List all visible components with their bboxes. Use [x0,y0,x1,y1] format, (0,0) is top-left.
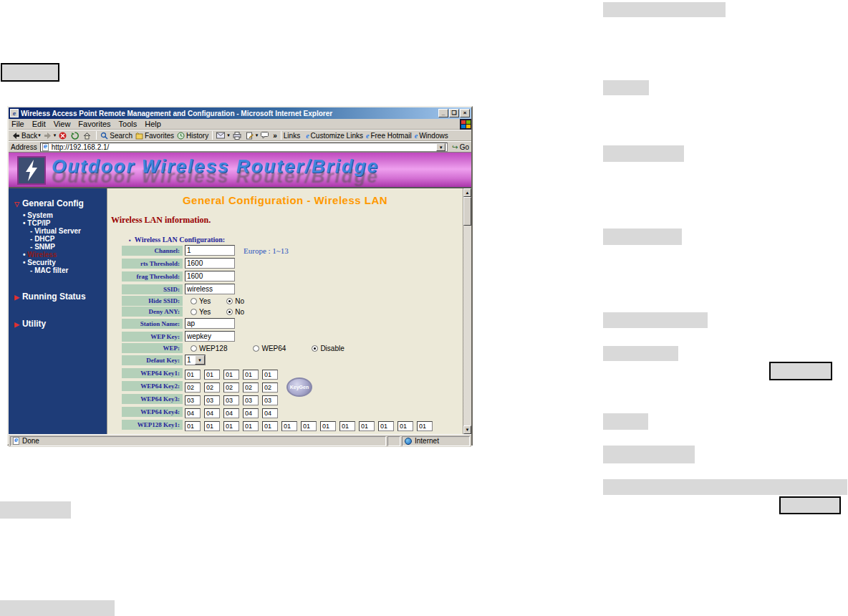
wep-key-cell[interactable] [223,395,239,405]
wep-key-cell[interactable] [204,370,220,380]
wep-key-cell[interactable] [243,382,259,393]
sidebar-item-virtual-server[interactable]: - Virtual Server [9,227,107,235]
frag-threshold-input[interactable] [185,271,235,281]
wep-key-cell[interactable] [262,408,278,418]
close-button[interactable]: × [460,109,470,117]
wep-key-cell[interactable] [243,370,259,380]
wep-key-cell[interactable] [223,434,239,435]
sidebar-item-snmp[interactable]: - SNMP [9,243,107,251]
wep-key-cell[interactable] [301,434,317,435]
rts-threshold-input[interactable] [185,258,235,269]
wep-key-input[interactable] [185,331,235,342]
wep-key-cell[interactable] [243,408,259,418]
hide-ssid-no-radio[interactable] [226,298,233,304]
mail-button[interactable]: ▾ [216,132,230,139]
wep-key-cell[interactable] [204,395,220,405]
chevron-down-icon[interactable]: ▼ [195,355,205,365]
wep64-radio[interactable] [253,345,259,352]
wep-key-cell[interactable] [243,421,259,431]
sidebar-item-tcpip[interactable]: • TCP/IP [9,219,107,227]
sidebar-section-general-config[interactable]: ▽General Config [9,198,107,208]
address-dropdown-button[interactable]: ▼ [436,143,445,151]
menu-edit[interactable]: Edit [32,120,46,128]
wep128-radio[interactable] [191,345,197,352]
print-button[interactable] [233,132,243,140]
wep-key-cell[interactable] [223,370,239,380]
sidebar-section-running-status[interactable]: ▶Running Status [9,292,107,302]
menu-help[interactable]: Help [145,120,161,128]
wep-key-cell[interactable] [204,421,220,431]
wep-key-cell[interactable] [223,408,239,418]
wep-key-cell[interactable] [378,421,394,431]
keygen-button[interactable]: KeyGen [286,377,312,397]
link-free-hotmail[interactable]: e Free Hotmail [366,132,412,140]
sidebar-item-dhcp[interactable]: - DHCP [9,235,107,243]
link-windows[interactable]: e Windows [415,132,448,140]
ssid-input[interactable] [185,284,235,294]
wep-disable-radio[interactable] [312,345,318,352]
wep-key-cell[interactable] [262,370,278,380]
back-button[interactable]: Back▾ [12,132,41,140]
discuss-button[interactable] [261,132,270,139]
refresh-button[interactable] [71,132,80,140]
wep-key-cell[interactable] [281,434,297,435]
wep-key-cell[interactable] [204,434,220,435]
wep-key-cell[interactable] [359,421,375,431]
wep-key-cell[interactable] [339,421,355,431]
deny-any-yes-radio[interactable] [191,309,197,315]
stop-button[interactable] [59,132,68,140]
wep-key-cell[interactable] [223,382,239,393]
wep-key-cell[interactable] [398,421,413,431]
history-button[interactable]: History [177,132,208,140]
wep-key-cell[interactable] [204,408,220,418]
wep-key-cell[interactable] [262,421,278,431]
wep-key-cell[interactable] [417,421,433,431]
deny-any-no-radio[interactable] [226,309,233,315]
wep-key-cell[interactable] [398,434,413,435]
station-name-input[interactable] [185,318,235,329]
wep-key-cell[interactable] [185,370,201,380]
minimize-button[interactable]: _ [438,109,448,117]
wep-key-cell[interactable] [262,382,278,393]
wep-key-cell[interactable] [185,382,201,393]
scrollbar-thumb[interactable] [463,197,471,226]
forward-button[interactable]: ▾ [44,132,57,140]
title-bar[interactable]: e Wireless Access Point Remote Managemen… [9,107,471,119]
wep-key-cell[interactable] [223,421,239,431]
search-button[interactable]: Search [100,132,132,140]
wep-key-cell[interactable] [281,421,297,431]
sidebar-item-wireless[interactable]: • Wireless [9,251,107,259]
wep-key-cell[interactable] [185,408,201,418]
home-button[interactable] [83,132,92,140]
wep-key-cell[interactable] [243,395,259,405]
wep-key-cell[interactable] [185,395,201,405]
channel-input[interactable] [185,245,235,256]
scroll-down-icon[interactable]: ▼ [463,425,471,434]
menu-view[interactable]: View [54,120,71,128]
wep-key-cell[interactable] [262,395,278,405]
default-key-select[interactable]: 1 ▼ [185,355,206,365]
sidebar-item-mac-filter[interactable]: - MAC filter [9,266,107,274]
sidebar-section-utility[interactable]: ▶Utility [9,319,107,329]
wep-key-cell[interactable] [243,434,259,435]
wep-key-cell[interactable] [262,434,278,435]
edit-button[interactable]: ▾ [246,132,259,140]
vertical-scrollbar[interactable]: ▲ ▼ [463,188,471,434]
wep-key-cell[interactable] [320,421,336,431]
wep-key-cell[interactable] [204,382,220,393]
favorites-button[interactable]: Favorites [135,132,174,140]
toolbar-overflow-chevron[interactable]: » [273,132,277,140]
link-customize-links[interactable]: e Customize Links [306,132,363,140]
wep-key-cell[interactable] [359,434,375,435]
wep-key-cell[interactable] [339,434,355,435]
menu-file[interactable]: File [11,120,24,128]
address-field[interactable]: http://192.168.2.1/ ▼ [40,143,448,152]
wep-key-cell[interactable] [417,434,433,435]
wep-key-cell[interactable] [320,434,336,435]
wep-key-cell[interactable] [301,421,317,431]
scroll-up-icon[interactable]: ▲ [463,188,471,197]
wep-key-cell[interactable] [185,421,201,431]
menu-tools[interactable]: Tools [119,120,138,128]
sidebar-item-system[interactable]: • System [9,211,107,219]
go-button[interactable]: ↪ Go [452,143,469,151]
